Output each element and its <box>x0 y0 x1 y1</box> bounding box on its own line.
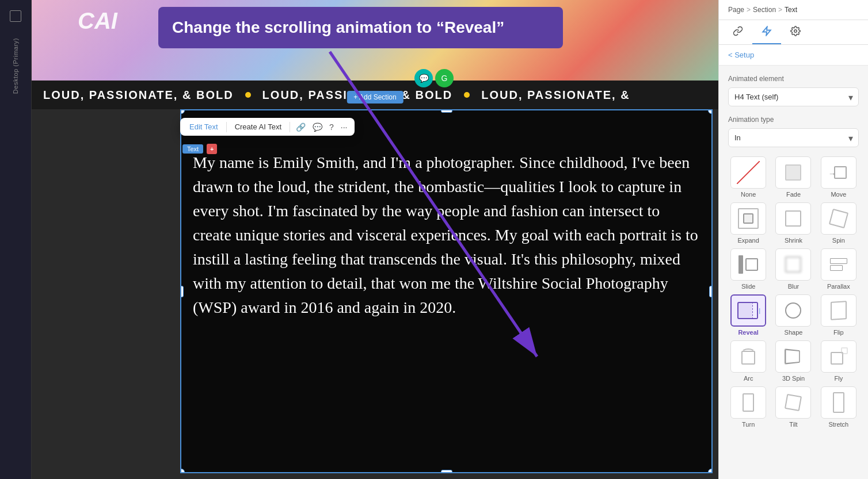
site-logo: CAI <box>78 8 117 34</box>
anim-none[interactable]: None <box>728 156 768 198</box>
anim-shrink-label: Shrink <box>785 237 802 244</box>
anim-shrink[interactable]: Shrink <box>773 202 813 244</box>
parallax-icon <box>830 258 847 271</box>
anim-none-box[interactable] <box>730 156 766 189</box>
breadcrumb-page[interactable]: Page <box>728 6 744 14</box>
anim-fly-box[interactable] <box>821 340 856 373</box>
animation-type-select[interactable]: In <box>728 128 859 147</box>
anim-turn[interactable]: Turn <box>728 386 768 428</box>
anim-slide-box[interactable] <box>730 248 766 281</box>
tab-animation[interactable] <box>752 20 781 44</box>
plus-badge[interactable]: + <box>207 144 217 154</box>
anim-shrink-box[interactable] <box>775 202 811 235</box>
instruction-text: Change the scrolling animation to “Revea… <box>172 18 504 36</box>
toolbar-divider-1 <box>226 122 227 132</box>
anim-spin[interactable]: Spin <box>818 202 859 244</box>
anim-tilt-label: Tilt <box>789 421 797 428</box>
chat-icon-green: G <box>435 69 454 87</box>
anim-move[interactable]: → Move <box>818 156 859 198</box>
anim-blur-label: Blur <box>788 283 800 290</box>
create-ai-text-button[interactable]: Create AI Text <box>230 120 286 133</box>
text-content-area[interactable]: My name is Emily Smith, and I'm a photog… <box>180 109 713 473</box>
add-section-button[interactable]: + Add Section <box>347 91 403 104</box>
setup-header: < Setup <box>719 45 868 66</box>
setup-back-button[interactable]: < Setup <box>728 51 754 59</box>
marquee-text-1: LOUD, PASSIONATE, & BOLD <box>43 89 234 102</box>
toolbar-link-icon[interactable]: 🔗 <box>294 121 308 133</box>
animation-type-wrapper: In <box>728 128 859 147</box>
anim-flip-box[interactable] <box>821 294 856 327</box>
spin-icon <box>829 209 848 228</box>
animated-element-select[interactable]: H4 Text (self) <box>728 87 859 106</box>
tilt-icon <box>785 394 802 411</box>
none-icon <box>737 161 760 184</box>
edit-text-button[interactable]: Edit Text <box>185 120 223 133</box>
anim-fade-box[interactable] <box>775 156 811 189</box>
anim-expand[interactable]: Expand <box>728 202 768 244</box>
main-body-text[interactable]: My name is Emily Smith, and I'm a photog… <box>193 151 700 320</box>
anim-stretch-label: Stretch <box>828 421 848 428</box>
tab-link[interactable] <box>724 20 752 44</box>
stretch-icon <box>833 392 844 413</box>
anim-reveal[interactable]: | Reveal <box>728 294 768 336</box>
tab-settings[interactable] <box>781 20 810 44</box>
anim-turn-box[interactable] <box>730 386 766 419</box>
settings-tab-icon <box>790 26 801 39</box>
anim-shape-box[interactable] <box>775 294 811 327</box>
toolbar-help-icon[interactable]: ? <box>327 121 336 133</box>
anim-expand-label: Expand <box>738 237 759 244</box>
toolbar-more-icon[interactable]: ··· <box>338 121 350 133</box>
resize-bottomleft[interactable] <box>180 469 185 473</box>
anim-expand-box[interactable] <box>730 202 766 235</box>
resize-corner[interactable] <box>708 469 713 473</box>
sidebar-page-icon <box>10 10 21 22</box>
anim-3dspin-box[interactable] <box>775 340 811 373</box>
breadcrumb-section[interactable]: Section <box>753 6 776 14</box>
anim-parallax[interactable]: Parallax <box>818 248 859 290</box>
anim-blur[interactable]: Blur <box>773 248 813 290</box>
resize-right[interactable] <box>709 286 713 297</box>
blur-icon <box>785 256 801 273</box>
instruction-overlay: Change the scrolling animation to “Revea… <box>158 7 563 48</box>
shape-icon <box>785 302 801 319</box>
anim-slide[interactable]: Slide <box>728 248 768 290</box>
resize-bottom[interactable] <box>441 470 452 473</box>
breadcrumb-sep2: > <box>778 6 782 14</box>
anim-blur-box[interactable] <box>775 248 811 281</box>
anim-arc[interactable]: Arc <box>728 340 768 382</box>
anim-arc-box[interactable] <box>730 340 766 373</box>
resize-topleft[interactable] <box>180 109 185 114</box>
shrink-icon <box>783 208 804 229</box>
anim-stretch[interactable]: Stretch <box>818 386 859 428</box>
anim-fly[interactable]: Fly <box>818 340 859 382</box>
animated-element-label: Animated element <box>728 75 859 83</box>
anim-3dspin[interactable]: 3D Spin <box>773 340 813 382</box>
left-sidebar: Desktop (Primary) <box>0 0 32 479</box>
anim-fade[interactable]: Fade <box>773 156 813 198</box>
anim-move-box[interactable]: → <box>821 156 856 189</box>
anim-shape[interactable]: Shape <box>773 294 813 336</box>
resize-left[interactable] <box>180 286 184 297</box>
anim-stretch-box[interactable] <box>821 386 856 419</box>
anim-none-label: None <box>741 191 756 198</box>
resize-topright[interactable] <box>708 109 713 114</box>
resize-top[interactable] <box>441 109 452 113</box>
arc-icon <box>738 348 759 365</box>
text-badge-row: Text + <box>182 144 217 154</box>
toolbar-chat-icon[interactable]: 💬 <box>310 121 325 133</box>
anim-flip[interactable]: Flip <box>818 294 859 336</box>
anim-reveal-box[interactable]: | <box>730 294 766 327</box>
anim-spin-box[interactable] <box>821 202 856 235</box>
anim-tilt[interactable]: Tilt <box>773 386 813 428</box>
anim-parallax-box[interactable] <box>821 248 856 281</box>
svg-point-3 <box>794 30 797 33</box>
animated-element-section: Animated element H4 Text (self) <box>728 75 859 106</box>
anim-spin-label: Spin <box>832 237 845 244</box>
anim-tilt-box[interactable] <box>775 386 811 419</box>
marquee-dot-2 <box>464 92 470 98</box>
slide-icon <box>738 255 758 274</box>
anim-shape-label: Shape <box>785 329 803 336</box>
sidebar-label: Desktop (Primary) <box>12 38 19 94</box>
link-tab-icon <box>733 26 743 39</box>
animation-type-section: Animation type In <box>728 116 859 147</box>
